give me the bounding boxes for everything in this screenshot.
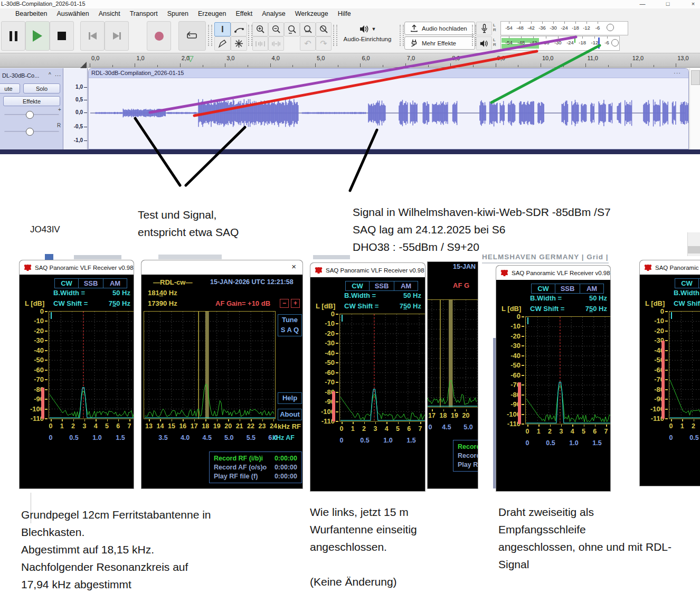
spectrum-plot[interactable] <box>144 309 276 421</box>
solo-button[interactable]: Solo <box>23 83 60 93</box>
menu-analyse[interactable]: Analyse <box>257 9 290 20</box>
spectrum-plot[interactable] <box>49 309 134 421</box>
saq-titlebar[interactable]: SAQ Panoramic VLF Receiver v0.98 <box>496 266 610 280</box>
maximize-button[interactable]: □ <box>660 0 676 8</box>
scrollbar-thumb[interactable] <box>688 246 700 253</box>
more-effects-button[interactable]: Mehr Effekte <box>404 36 475 50</box>
record-button[interactable] <box>147 21 171 51</box>
db-scale-tick <box>522 424 524 425</box>
record-row[interactable]: Record RF (i/b)i0:00:00 <box>214 455 297 462</box>
mode-cw-button[interactable]: CW <box>55 279 78 288</box>
skip-to-start-button[interactable] <box>80 21 105 51</box>
selection-tool-button[interactable]: I <box>214 22 231 36</box>
gain-slider-thumb[interactable] <box>26 111 34 119</box>
zoom-fit-button[interactable] <box>316 22 332 36</box>
mode-ssb-button[interactable]: SSB <box>78 279 103 288</box>
redo-button[interactable]: ↷ <box>316 36 332 51</box>
track-menu-icon[interactable]: ... <box>55 71 61 77</box>
tuned-freq-value[interactable]: 18140 Hz <box>148 289 177 297</box>
spectrum-plot[interactable] <box>428 297 478 409</box>
record-row[interactable]: Record RF (i/b)i0:00:00 <box>458 443 478 450</box>
audio-setup-button[interactable]: ▼ Audio-Einrichtung <box>338 22 397 50</box>
effects-button[interactable]: Effekte <box>3 96 60 106</box>
saq-titlebar[interactable]: SAQ Panoramic VLF Receiver v0.98 <box>20 260 134 275</box>
zoom-toggle-button[interactable] <box>300 22 316 36</box>
waveform[interactable] <box>89 69 688 149</box>
menu-werkzeuge[interactable]: Werkzeuge <box>290 9 333 20</box>
mode-am-button[interactable]: AM <box>103 279 127 288</box>
collapse-icon[interactable]: ^ <box>49 72 51 78</box>
skip-to-end-button[interactable] <box>105 21 129 51</box>
stop-button[interactable] <box>50 21 74 51</box>
record-meter-button[interactable] <box>476 22 492 35</box>
clip-menu-icon[interactable]: ··· <box>674 69 681 77</box>
clip-header[interactable]: RDL-30dB-Compilation_2026-01-15 ··· <box>89 69 688 78</box>
menu-hilfe[interactable]: Hilfe <box>333 9 356 20</box>
playback-meter[interactable]: -54-48-42-36-30-24-18-12-6 <box>500 36 620 51</box>
loop-button[interactable] <box>178 21 206 51</box>
mode-ssb-button[interactable]: SSB <box>555 284 580 293</box>
mode-ssb-button[interactable]: SSB <box>369 281 394 290</box>
trim-outside-selection-button[interactable] <box>252 36 268 51</box>
record-row[interactable]: Play RF file (f)0:00:00 <box>214 473 297 480</box>
page-scrollbar[interactable] <box>687 232 700 256</box>
toolbar-grip[interactable] <box>248 25 252 46</box>
menu-auswählen[interactable]: Auswählen <box>52 9 93 20</box>
saq-titlebar[interactable]: SAQ Panoramic VLF Receiver v0.98 <box>310 263 425 277</box>
menu-bearbeiten[interactable]: Bearbeiten <box>11 9 52 20</box>
audacity-titlebar[interactable]: L-30dB-Compilation_2026-01-15 — □ × <box>0 0 700 8</box>
spectrum-plot[interactable] <box>525 314 610 426</box>
record-row[interactable]: Record AF (o/s)o0:00:00 <box>458 452 478 459</box>
track-canvas[interactable]: RDL-30dB-Compilation_2026-01-15 ··· <box>88 68 689 149</box>
timeline-ruler[interactable]: ▽ 0,01,02,03,04,05,06,07,08,09,010,011,0… <box>0 53 700 68</box>
close-icon[interactable]: × <box>291 262 296 271</box>
menu-spuren[interactable]: Spuren <box>163 9 193 20</box>
zoom-out-button[interactable] <box>268 22 284 36</box>
saq-titlebar[interactable]: SAQ Panoramic VLF Receiver v0.98 <box>640 260 700 275</box>
spectrum-plot[interactable] <box>669 309 700 421</box>
toolbar-grip[interactable] <box>208 25 212 46</box>
menu-ansicht[interactable]: Ansicht <box>94 9 125 20</box>
mute-button[interactable]: ute <box>0 83 20 93</box>
toolbar-grip[interactable] <box>333 25 337 46</box>
multi-tool-button[interactable] <box>231 36 247 51</box>
scrollbar-thumb[interactable] <box>691 70 700 85</box>
record-meter[interactable]: -54-48-42-36-30-24-18-12-6 <box>500 21 628 35</box>
pause-button[interactable] <box>1 21 25 51</box>
zoom-selection-button[interactable] <box>284 22 300 36</box>
draw-tool-button[interactable] <box>214 36 231 51</box>
upload-audio-button[interactable]: Audio hochladen <box>404 22 475 35</box>
af-gain-minus-button[interactable]: − <box>280 299 289 308</box>
horizontal-scrollbar[interactable] <box>0 149 700 154</box>
pan-slider-thumb[interactable] <box>26 128 34 136</box>
mode-am-button[interactable]: AM <box>394 281 418 290</box>
track-title[interactable]: DL-30dB-Co... <box>2 72 39 79</box>
toolbar-grip[interactable] <box>400 25 404 46</box>
mode-cw-button[interactable]: CW <box>346 281 369 290</box>
menu-effekt[interactable]: Effekt <box>231 9 257 20</box>
mode-cw-button[interactable]: CW <box>675 279 698 288</box>
vertical-scale[interactable]: 1,00,50,0-0,5-1,0 <box>63 68 88 149</box>
vertical-scrollbar[interactable] <box>689 68 700 149</box>
close-button[interactable]: × <box>685 0 700 8</box>
mode-cw-button[interactable]: CW <box>532 284 555 293</box>
spectrum-plot[interactable] <box>339 312 425 424</box>
tune-saq-button[interactable]: TuneS A Q <box>278 314 302 336</box>
menu-transport[interactable]: Transport <box>125 9 163 20</box>
help-button[interactable]: Help <box>278 392 302 404</box>
record-row[interactable]: Record AF (o/s)o0:00:00 <box>214 464 297 471</box>
undo-button[interactable]: ↶ <box>300 36 316 51</box>
record-row[interactable]: Play RF file (f)0:00:00 <box>458 461 478 468</box>
silence-selection-button[interactable] <box>268 36 284 51</box>
playback-meter-button[interactable] <box>476 36 492 50</box>
toolbar-grip[interactable] <box>472 25 476 46</box>
envelope-tool-button[interactable] <box>231 22 247 36</box>
saq-titlebar[interactable]: × <box>141 260 302 275</box>
menu-erzeugen[interactable]: Erzeugen <box>193 9 231 20</box>
mode-am-button[interactable]: AM <box>580 284 603 293</box>
af-gain-plus-button[interactable]: + <box>291 299 300 308</box>
zoom-in-button[interactable] <box>252 22 268 36</box>
minimize-button[interactable]: — <box>635 0 650 8</box>
play-button[interactable] <box>25 21 50 51</box>
about-button[interactable]: About <box>278 409 302 420</box>
